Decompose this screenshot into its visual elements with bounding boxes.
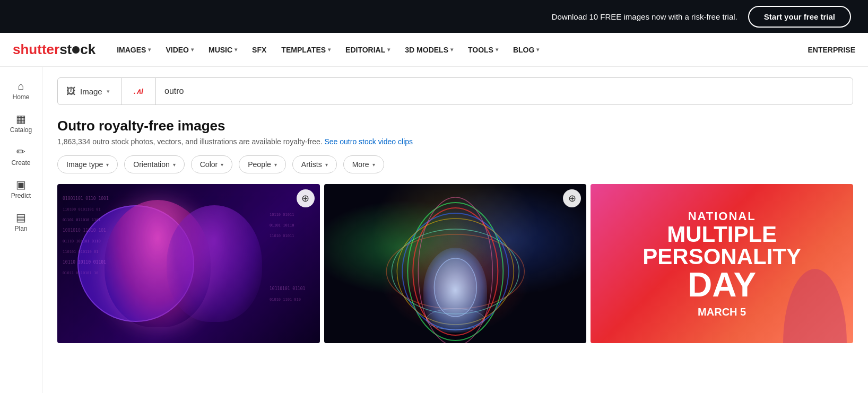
home-icon: ⌂ bbox=[18, 81, 24, 91]
filter-more[interactable]: More ▾ bbox=[343, 155, 384, 173]
chevron-down-icon: ▾ bbox=[221, 162, 223, 168]
image-type-icon: 🖼 bbox=[66, 86, 76, 97]
nav-blog[interactable]: BLOG ▾ bbox=[513, 46, 539, 54]
svg-text:1001010 11010 101: 1001010 11010 101 bbox=[63, 228, 106, 233]
sidebar-item-label: Home bbox=[12, 93, 29, 101]
nav-templates[interactable]: TEMPLATES ▾ bbox=[281, 46, 331, 54]
event-title-line2: MULTIPLE bbox=[643, 223, 801, 246]
logo-st: st bbox=[59, 41, 72, 58]
event-title-line3: PERSONALITY bbox=[643, 246, 801, 268]
svg-text:01101 011010 1101: 01101 011010 1101 bbox=[63, 218, 101, 222]
filter-people[interactable]: People ▾ bbox=[239, 155, 286, 173]
search-type-selector[interactable]: 🖼 Image ▾ bbox=[58, 78, 121, 104]
filter-color[interactable]: Color ▾ bbox=[191, 155, 232, 173]
sidebar-item-create[interactable]: ✏ Create bbox=[2, 141, 40, 172]
chevron-down-icon: ▾ bbox=[450, 47, 453, 53]
chevron-down-icon: ▾ bbox=[274, 162, 277, 168]
binary-overlay: 01001101 0110 1001 110100 0101101 01 011… bbox=[57, 184, 320, 343]
svg-text:110100 0101101 01: 110100 0101101 01 bbox=[63, 207, 101, 212]
nav-enterprise[interactable]: ENTERPRISE bbox=[808, 46, 855, 54]
chevron-down-icon: ▾ bbox=[328, 47, 331, 53]
event-date: MARCH 5 bbox=[643, 306, 801, 318]
logo-circle-icon bbox=[72, 46, 80, 54]
trial-button[interactable]: Start your free trial bbox=[748, 6, 851, 28]
svg-text:01011 0110101 10: 01011 0110101 10 bbox=[63, 271, 98, 275]
logo-shutter: shutter bbox=[13, 41, 59, 58]
chevron-down-icon: ▾ bbox=[107, 88, 110, 95]
filter-artists[interactable]: Artists ▾ bbox=[292, 155, 337, 173]
banner-text: Download 10 FREE images now with a risk-… bbox=[552, 12, 737, 21]
chevron-down-icon: ▾ bbox=[387, 47, 390, 53]
filter-row: Image type ▾ Orientation ▾ Color ▾ Peopl… bbox=[57, 155, 853, 173]
chevron-down-icon: ▾ bbox=[372, 162, 375, 168]
sidebar-item-label: Catalog bbox=[10, 126, 32, 134]
zoom-button[interactable]: ⊕ bbox=[297, 189, 315, 207]
sidebar-item-home[interactable]: ⌂ Home bbox=[2, 75, 40, 106]
chevron-down-icon: ▾ bbox=[235, 47, 237, 53]
sidebar: ⌂ Home ▦ Catalog ✏ Create ▣ Predict ▤ Pl… bbox=[0, 67, 42, 393]
event-title-line1: NATIONAL bbox=[643, 209, 801, 223]
svg-text:10110 10110 01101: 10110 10110 01101 bbox=[63, 260, 106, 265]
event-text-block: NATIONAL MULTIPLE PERSONALITY DAY MARCH … bbox=[632, 199, 812, 329]
nav-sfx[interactable]: SFX bbox=[252, 46, 266, 54]
plan-icon: ▤ bbox=[16, 212, 26, 223]
page-layout: ⌂ Home ▦ Catalog ✏ Create ▣ Predict ▤ Pl… bbox=[0, 67, 868, 393]
image-card[interactable]: 01001101 0110 1001 110100 0101101 01 011… bbox=[57, 184, 320, 343]
image-card[interactable]: NATIONAL MULTIPLE PERSONALITY DAY MARCH … bbox=[591, 184, 853, 343]
search-input[interactable] bbox=[156, 86, 853, 96]
sidebar-item-label: Create bbox=[11, 159, 30, 167]
sidebar-item-predict[interactable]: ▣ Predict bbox=[2, 174, 40, 205]
svg-text:01101 10110: 01101 10110 bbox=[270, 223, 294, 228]
nav-video[interactable]: VIDEO ▾ bbox=[166, 46, 194, 54]
search-bar: 🖼 Image ▾ .∧I bbox=[57, 77, 853, 105]
chevron-down-icon: ▾ bbox=[536, 47, 539, 53]
create-icon: ✏ bbox=[16, 146, 25, 157]
chevron-down-icon: ▾ bbox=[496, 47, 498, 53]
svg-text:10110101 01101: 10110101 01101 bbox=[270, 286, 306, 291]
sidebar-item-plan[interactable]: ▤ Plan bbox=[2, 207, 40, 238]
page-subtitle: 1,863,334 outro stock photos, vectors, a… bbox=[57, 137, 853, 146]
sidebar-item-catalog[interactable]: ▦ Catalog bbox=[2, 108, 40, 139]
filter-image-type[interactable]: Image type ▾ bbox=[57, 155, 118, 173]
nav-3d-models[interactable]: 3D MODELS ▾ bbox=[405, 46, 453, 54]
main-content: 🖼 Image ▾ .∧I Outro royalty-free images … bbox=[42, 67, 868, 393]
svg-text:11010 01011: 11010 01011 bbox=[270, 234, 294, 238]
nav-images[interactable]: IMAGES ▾ bbox=[117, 46, 151, 54]
chevron-down-icon: ▾ bbox=[148, 47, 151, 53]
page-title: Outro royalty-free images bbox=[57, 118, 853, 134]
nav-editorial[interactable]: EDITORIAL ▾ bbox=[345, 46, 390, 54]
svg-text:01010 1101 010: 01010 1101 010 bbox=[270, 298, 301, 302]
chevron-down-icon: ▾ bbox=[191, 47, 194, 53]
ai-icon: .∧I bbox=[130, 85, 147, 98]
svg-text:10110 01011: 10110 01011 bbox=[270, 213, 294, 217]
main-nav: shutterstck IMAGES ▾ VIDEO ▾ MUSIC ▾ SFX… bbox=[0, 33, 868, 67]
meditation-figure bbox=[423, 248, 487, 333]
ai-search-badge[interactable]: .∧I bbox=[121, 78, 156, 104]
image-card[interactable]: ⊕ bbox=[324, 184, 587, 343]
sidebar-item-label: Predict bbox=[11, 192, 31, 199]
filter-orientation[interactable]: Orientation ▾ bbox=[124, 155, 184, 173]
chevron-down-icon: ▾ bbox=[106, 162, 109, 168]
svg-text:01110 101101 0110: 01110 101101 0110 bbox=[63, 239, 101, 243]
nav-tools[interactable]: TOOLS ▾ bbox=[468, 46, 498, 54]
predict-icon: ▣ bbox=[16, 179, 26, 190]
chevron-down-icon: ▾ bbox=[325, 162, 328, 168]
nav-music[interactable]: MUSIC ▾ bbox=[209, 46, 237, 54]
image-grid: 01001101 0110 1001 110100 0101101 01 011… bbox=[57, 184, 853, 343]
chevron-down-icon: ▾ bbox=[173, 162, 176, 168]
svg-text:01001101 0110 1001: 01001101 0110 1001 bbox=[63, 196, 109, 201]
svg-text:110101 010110 01: 110101 010110 01 bbox=[63, 250, 98, 254]
sidebar-item-label: Plan bbox=[14, 225, 27, 232]
event-title-line4: DAY bbox=[643, 268, 801, 302]
logo[interactable]: shutterstck bbox=[13, 41, 96, 58]
logo-ck: ck bbox=[80, 41, 96, 58]
video-clips-link[interactable]: See outro stock video clips bbox=[325, 137, 413, 146]
catalog-icon: ▦ bbox=[16, 113, 26, 124]
top-banner: Download 10 FREE images now with a risk-… bbox=[0, 0, 868, 33]
search-type-label: Image bbox=[80, 87, 102, 96]
